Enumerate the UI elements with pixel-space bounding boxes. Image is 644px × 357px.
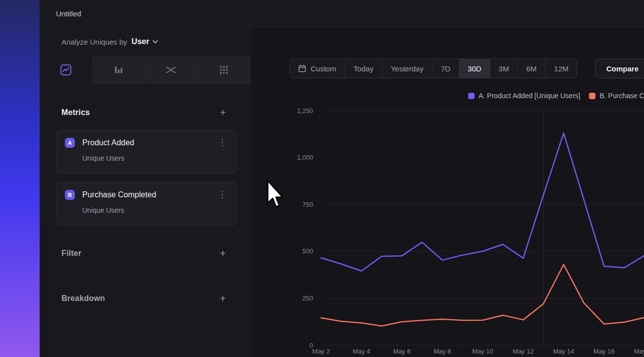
chart-legend: A. Product Added [Unique Users] B. Purch… xyxy=(468,92,644,100)
metric-badge: A xyxy=(65,138,75,148)
metric-badge: B xyxy=(65,190,75,200)
svg-text:May 2: May 2 xyxy=(312,348,329,355)
tab-flows[interactable] xyxy=(145,56,198,84)
metric-subtitle: Unique Users xyxy=(82,154,228,162)
metrics-title: Metrics xyxy=(61,108,90,117)
metric-subtitle: Unique Users xyxy=(82,206,228,214)
compare-button[interactable]: Compare xyxy=(595,59,644,78)
date-range-control: Custom Today Yesterday 7D 30D 3M 6M 12M xyxy=(289,59,577,78)
legend-label: B. Purchase Completed [Unique Users] xyxy=(599,92,644,100)
legend-item-product-added[interactable]: A. Product Added [Unique Users] xyxy=(468,92,580,100)
legend-swatch-orange xyxy=(589,93,595,99)
tab-retention[interactable] xyxy=(197,56,250,84)
metric-title: Purchase Completed xyxy=(82,190,156,199)
analyze-by-value: User xyxy=(132,37,150,46)
add-filter-button[interactable]: + xyxy=(220,248,226,258)
topbar: Untitled xyxy=(40,0,644,27)
metric-title: Product Added xyxy=(82,138,134,147)
range-label: 7D xyxy=(441,64,450,73)
range-today[interactable]: Today xyxy=(345,59,382,78)
legend-label: A. Product Added [Unique Users] xyxy=(479,92,580,100)
section-divider xyxy=(56,276,237,276)
svg-text:May 18: May 18 xyxy=(634,348,644,355)
range-6m[interactable]: 6M xyxy=(517,59,545,78)
range-label: Custom xyxy=(311,64,336,73)
flows-icon xyxy=(164,63,177,76)
compare-label: Compare xyxy=(606,64,639,73)
filter-title: Filter xyxy=(61,249,81,258)
window-title: Untitled xyxy=(56,9,81,18)
svg-text:1,000: 1,000 xyxy=(297,154,313,161)
analyze-by-dropdown[interactable]: User xyxy=(132,37,159,46)
metric-kebab-menu-icon[interactable]: ⋮ xyxy=(216,189,228,200)
insights-chart-icon xyxy=(59,63,72,76)
svg-text:500: 500 xyxy=(302,247,313,255)
analyze-row: Analyze Uniques by User xyxy=(40,27,250,56)
svg-text:1,250: 1,250 xyxy=(297,107,313,115)
range-3m[interactable]: 3M xyxy=(490,59,518,78)
metrics-section-header: Metrics + xyxy=(56,107,237,119)
range-custom[interactable]: Custom xyxy=(290,59,345,78)
add-metric-button[interactable]: + xyxy=(220,108,226,118)
tab-funnels[interactable] xyxy=(92,56,145,84)
legend-swatch-purple xyxy=(468,93,475,99)
filter-section-header: Filter + xyxy=(56,247,237,259)
metric-card-purchase-completed[interactable]: B Purchase Completed ⋮ Unique Users xyxy=(56,182,237,226)
svg-text:May 8: May 8 xyxy=(433,348,451,355)
breakdown-title: Breakdown xyxy=(61,294,105,303)
range-30d[interactable]: 30D xyxy=(459,59,490,78)
analyze-label: Analyze Uniques by xyxy=(61,38,127,46)
metric-kebab-menu-icon[interactable]: ⋮ xyxy=(216,137,228,148)
funnels-bars-icon xyxy=(112,63,125,76)
section-divider xyxy=(56,238,237,238)
sidebar: Analyze Uniques by User xyxy=(40,27,250,357)
tab-insights[interactable] xyxy=(40,56,92,84)
svg-text:May 10: May 10 xyxy=(472,348,493,355)
range-label: Yesterday xyxy=(391,64,424,73)
svg-text:750: 750 xyxy=(302,201,313,208)
range-yesterday[interactable]: Yesterday xyxy=(382,59,432,78)
svg-text:May 14: May 14 xyxy=(553,348,574,355)
range-label: 12M xyxy=(554,64,568,73)
svg-text:250: 250 xyxy=(302,295,313,302)
svg-text:May 16: May 16 xyxy=(593,348,615,355)
range-label: 3M xyxy=(499,64,509,73)
add-breakdown-button[interactable]: + xyxy=(220,294,226,303)
calendar-icon xyxy=(298,64,306,72)
line-chart: 02505007501,0001,250May 2May 4May 6May 8… xyxy=(290,104,644,357)
range-label: 30D xyxy=(468,64,482,73)
metric-card-product-added[interactable]: A Product Added ⋮ Unique Users xyxy=(56,130,237,174)
range-label: Today xyxy=(354,64,374,73)
report-type-tabs xyxy=(40,56,250,84)
range-12m[interactable]: 12M xyxy=(545,59,577,78)
svg-text:May 4: May 4 xyxy=(353,348,370,355)
brand-gradient-strip xyxy=(0,0,40,357)
retention-dots-icon xyxy=(217,63,230,76)
range-7d[interactable]: 7D xyxy=(432,59,459,78)
breakdown-section-header: Breakdown + xyxy=(56,293,237,304)
svg-text:May 12: May 12 xyxy=(513,348,534,355)
legend-item-purchase-completed[interactable]: B. Purchase Completed [Unique Users] xyxy=(589,92,644,100)
chevron-down-icon xyxy=(153,40,158,44)
chart-panel: Custom Today Yesterday 7D 30D 3M 6M 12M … xyxy=(250,27,644,357)
range-label: 6M xyxy=(526,64,537,73)
svg-text:May 6: May 6 xyxy=(393,348,411,355)
